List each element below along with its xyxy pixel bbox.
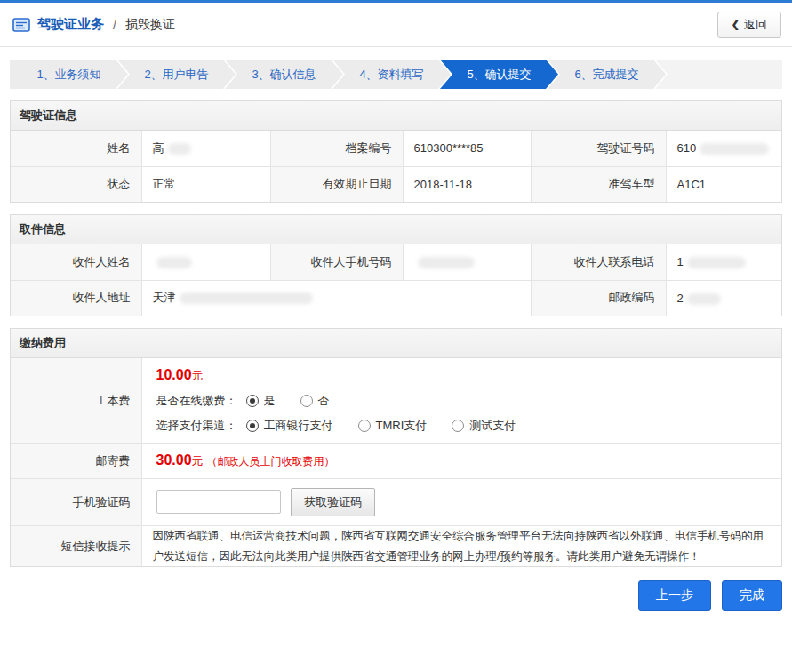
status-value: 正常 xyxy=(141,166,270,202)
channel-test-radio[interactable]: 测试支付 xyxy=(452,418,516,434)
radio-label: 是 xyxy=(264,393,276,409)
sms-code-content: 获取验证码 xyxy=(141,479,781,526)
table-row: 手机验证码 获取验证码 xyxy=(11,479,781,526)
table-row: 状态 正常 有效期止日期 2018-11-18 准驾车型 A1C1 xyxy=(11,166,781,202)
page-header: 驾驶证业务 / 损毁换证 ❮ 返回 xyxy=(0,3,792,47)
production-fee-amount: 10.00 xyxy=(156,367,192,382)
step-tab-1: 1、业务须知 xyxy=(10,60,128,89)
table-row: 短信接收提示 因陕西省联通、电信运营商技术问题，陕西省互联网交通安全综合服务管理… xyxy=(11,526,781,567)
table-row: 邮寄费 30.00元（邮政人员上门收取费用） xyxy=(11,444,781,479)
step-tab-label: 5、确认提交 xyxy=(467,67,531,83)
recipient-mobile-value xyxy=(403,244,531,280)
page-title: 驾驶证业务 xyxy=(37,16,104,33)
postage-fee-unit: 元 xyxy=(192,454,204,468)
sms-notice-label: 短信接收提示 xyxy=(11,526,141,567)
online-payment-no-radio[interactable]: 否 xyxy=(300,393,330,409)
license-card-icon xyxy=(12,18,30,32)
redacted-blur xyxy=(700,143,769,155)
table-row: 收件人姓名 收件人手机号码 收件人联系电话 1 xyxy=(11,244,781,280)
table-row: 工本费 10.00元 是否在线缴费： 是 否 选 xyxy=(11,358,781,444)
online-payment-prompt: 是否在线缴费： xyxy=(156,393,237,409)
license-no-value: 610 xyxy=(666,131,781,166)
postal-code-value: 2 xyxy=(666,280,781,316)
table-row: 姓名 高 档案编号 610300****85 驾驶证号码 610 xyxy=(11,131,781,166)
redacted-blur xyxy=(687,293,721,305)
recipient-mobile-label: 收件人手机号码 xyxy=(270,244,403,280)
step-tab-6: 6、完成提交 xyxy=(548,60,666,89)
sms-notice-text: 因陕西省联通、电信运营商技术问题，陕西省互联网交通安全综合服务管理平台无法向持陕… xyxy=(141,526,781,567)
breadcrumb-separator: / xyxy=(113,18,116,32)
radio-label: 测试支付 xyxy=(469,418,516,434)
sms-code-label: 手机验证码 xyxy=(11,479,141,526)
recipient-phone-label: 收件人联系电话 xyxy=(531,244,666,280)
page-subtitle: 损毁换证 xyxy=(125,17,175,33)
recipient-phone-value: 1 xyxy=(666,244,781,280)
postage-fee-content: 30.00元（邮政人员上门收取费用） xyxy=(141,444,781,479)
postage-fee-note: （邮政人员上门收取费用） xyxy=(207,455,335,468)
back-chevron-icon: ❮ xyxy=(732,19,740,30)
recipient-name-label: 收件人姓名 xyxy=(11,244,141,280)
fees-section: 缴纳费用 工本费 10.00元 是否在线缴费： 是 否 xyxy=(10,328,782,567)
footer-actions: 上一步 完成 xyxy=(10,580,782,611)
step-tab-label: 3、确认信息 xyxy=(252,67,316,83)
license-info-title: 驾驶证信息 xyxy=(11,101,781,131)
online-payment-yes-radio[interactable]: 是 xyxy=(246,393,276,409)
postal-code-label: 邮政编码 xyxy=(531,280,666,316)
license-info-section: 驾驶证信息 姓名 高 档案编号 610300****85 驾驶证号码 610 状… xyxy=(10,100,782,203)
step-tab-label: 2、用户申告 xyxy=(144,67,208,83)
redacted-blur xyxy=(180,292,313,304)
production-fee-label: 工本费 xyxy=(11,358,141,444)
production-fee-content: 10.00元 是否在线缴费： 是 否 选择支付渠道： xyxy=(141,358,781,444)
channel-icbc-radio[interactable]: 工商银行支付 xyxy=(246,418,333,434)
step-tabs: 1、业务须知 2、用户申告 3、确认信息 4、资料填写 5、确认提交 6、完成提… xyxy=(10,60,782,89)
status-label: 状态 xyxy=(11,166,141,202)
fees-table: 工本费 10.00元 是否在线缴费： 是 否 选 xyxy=(11,358,781,566)
step-tab-label: 4、资料填写 xyxy=(359,67,423,83)
redacted-blur xyxy=(156,257,192,268)
name-value: 高 xyxy=(141,131,270,166)
production-fee-unit: 元 xyxy=(192,369,204,382)
channel-tmri-radio[interactable]: TMRI支付 xyxy=(358,418,428,434)
previous-step-button[interactable]: 上一步 xyxy=(638,580,711,611)
table-row: 收件人地址 天津 邮政编码 2 xyxy=(11,280,781,316)
back-button[interactable]: ❮ 返回 xyxy=(717,12,781,38)
step-tab-5: 5、确认提交 xyxy=(440,60,558,89)
valid-until-label: 有效期止日期 xyxy=(270,166,403,202)
production-fee-amount-line: 10.00元 xyxy=(156,367,768,384)
fees-title: 缴纳费用 xyxy=(11,329,781,358)
step-tab-label: 1、业务须知 xyxy=(36,67,100,83)
payment-channel-prompt: 选择支付渠道： xyxy=(156,418,237,434)
step-tab-label: 6、完成提交 xyxy=(574,67,638,83)
name-label: 姓名 xyxy=(11,131,141,166)
finish-button[interactable]: 完成 xyxy=(722,580,782,611)
valid-until-value: 2018-11-18 xyxy=(403,166,531,202)
recipient-name-value xyxy=(141,244,270,280)
radio-icon xyxy=(246,420,259,432)
radio-icon xyxy=(452,420,464,432)
vehicle-class-label: 准驾车型 xyxy=(531,166,666,202)
radio-icon xyxy=(300,395,313,407)
step-tabs-filler xyxy=(655,60,782,89)
redacted-blur xyxy=(168,143,191,155)
postage-fee-amount: 30.00 xyxy=(156,452,192,468)
radio-label: 工商银行支付 xyxy=(264,418,333,434)
redacted-blur xyxy=(687,257,746,268)
back-button-label: 返回 xyxy=(744,17,767,33)
sms-code-input[interactable] xyxy=(156,490,281,514)
radio-label: 否 xyxy=(318,393,330,409)
step-tab-4: 4、资料填写 xyxy=(332,60,451,89)
radio-icon xyxy=(358,420,371,432)
license-no-label: 驾驶证号码 xyxy=(531,131,666,166)
radio-label: TMRI支付 xyxy=(376,418,428,434)
postage-fee-label: 邮寄费 xyxy=(11,444,141,479)
get-sms-code-button[interactable]: 获取验证码 xyxy=(291,488,375,516)
online-payment-row: 是否在线缴费： 是 否 xyxy=(156,393,768,409)
vehicle-class-value: A1C1 xyxy=(666,166,781,202)
payment-channel-row: 选择支付渠道： 工商银行支付 TMRI支付 测试支付 xyxy=(156,418,768,434)
recipient-address-label: 收件人地址 xyxy=(11,280,141,316)
license-info-table: 姓名 高 档案编号 610300****85 驾驶证号码 610 状态 正常 有… xyxy=(11,131,781,202)
pickup-info-title: 取件信息 xyxy=(11,215,781,244)
step-tab-2: 2、用户申告 xyxy=(117,60,236,89)
redacted-blur xyxy=(418,257,475,268)
radio-icon xyxy=(246,395,259,407)
